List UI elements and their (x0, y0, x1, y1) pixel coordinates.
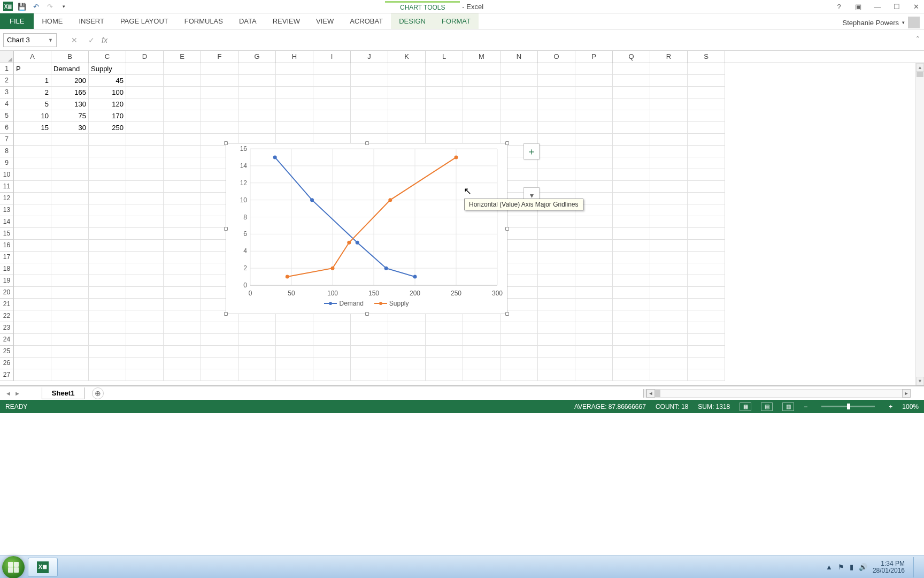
cell[interactable] (463, 98, 500, 110)
cell[interactable]: 130 (51, 98, 89, 110)
cell[interactable] (164, 157, 201, 169)
cell[interactable] (313, 346, 351, 358)
cell[interactable] (51, 252, 89, 263)
cell[interactable]: 75 (51, 110, 89, 122)
cell[interactable]: 165 (51, 87, 89, 98)
cell[interactable] (51, 358, 89, 369)
resize-handle-mr[interactable] (505, 227, 509, 231)
cell[interactable] (351, 334, 388, 346)
cell[interactable] (688, 228, 725, 240)
cell[interactable]: 10 (14, 110, 51, 122)
cell[interactable] (575, 146, 613, 157)
cell[interactable] (613, 252, 650, 263)
tab-file[interactable]: FILE (0, 13, 34, 29)
cell[interactable] (164, 216, 201, 228)
cell[interactable] (538, 369, 575, 381)
cell[interactable] (14, 216, 51, 228)
cell[interactable] (613, 134, 650, 146)
cell[interactable] (351, 98, 388, 110)
cell[interactable] (238, 122, 276, 134)
cell[interactable] (126, 346, 164, 358)
column-header-H[interactable]: H (276, 51, 313, 63)
cell[interactable] (89, 299, 126, 310)
cell[interactable] (164, 169, 201, 181)
cell[interactable] (650, 75, 688, 87)
tab-formulas[interactable]: FORMULAS (176, 13, 231, 29)
cell[interactable] (51, 310, 89, 322)
cell[interactable] (164, 122, 201, 134)
cell[interactable] (650, 299, 688, 310)
user-account[interactable]: Stephanie Powers ▾ (842, 13, 920, 28)
ribbon-display-options-button[interactable]: ▣ (852, 2, 864, 11)
redo-button[interactable]: ↷ (45, 2, 55, 11)
cell[interactable] (688, 334, 725, 346)
cell[interactable] (14, 181, 51, 193)
cell[interactable] (164, 334, 201, 346)
cell[interactable] (164, 252, 201, 263)
cell[interactable] (688, 181, 725, 193)
cell[interactable] (613, 204, 650, 216)
cell[interactable] (51, 216, 89, 228)
cell[interactable] (164, 287, 201, 299)
cell[interactable] (238, 334, 276, 346)
cell[interactable] (426, 87, 463, 98)
row-header-18[interactable]: 18 (0, 263, 14, 275)
cell[interactable] (14, 310, 51, 322)
hscroll-thumb[interactable] (655, 390, 660, 397)
collapse-ribbon-icon[interactable]: ⌃ (915, 35, 920, 41)
cell[interactable] (14, 358, 51, 369)
select-all-button[interactable] (0, 51, 14, 63)
cell[interactable] (51, 169, 89, 181)
cell[interactable] (650, 87, 688, 98)
cell[interactable] (276, 110, 313, 122)
cell[interactable] (126, 240, 164, 252)
cell[interactable] (613, 146, 650, 157)
cell[interactable] (426, 369, 463, 381)
cell[interactable] (650, 169, 688, 181)
cell[interactable] (688, 287, 725, 299)
cell[interactable] (126, 334, 164, 346)
cell[interactable] (426, 122, 463, 134)
cell[interactable] (14, 263, 51, 275)
cell[interactable] (388, 322, 426, 334)
row-header-9[interactable]: 9 (0, 157, 14, 169)
cell[interactable] (126, 75, 164, 87)
row-header-1[interactable]: 1 (0, 63, 14, 75)
cell[interactable]: 15 (14, 122, 51, 134)
cell[interactable] (14, 240, 51, 252)
cell[interactable] (613, 287, 650, 299)
cell[interactable] (688, 134, 725, 146)
cell[interactable] (463, 346, 500, 358)
cell[interactable] (276, 334, 313, 346)
cell[interactable]: P (14, 63, 51, 75)
cell[interactable] (164, 358, 201, 369)
tab-design[interactable]: DESIGN (391, 13, 434, 29)
cell[interactable] (313, 358, 351, 369)
tab-review[interactable]: REVIEW (265, 13, 308, 29)
row-header-11[interactable]: 11 (0, 181, 14, 193)
cell[interactable] (89, 181, 126, 193)
cell[interactable] (164, 98, 201, 110)
save-button[interactable]: 💾 (17, 2, 27, 11)
chart-elements-button[interactable]: ＋ (523, 143, 540, 159)
cell[interactable] (351, 110, 388, 122)
cell[interactable] (575, 263, 613, 275)
cell[interactable] (351, 63, 388, 75)
cell[interactable] (688, 310, 725, 322)
cell[interactable] (463, 369, 500, 381)
cell[interactable] (51, 157, 89, 169)
cell[interactable] (650, 134, 688, 146)
cell[interactable] (351, 369, 388, 381)
cell[interactable] (14, 146, 51, 157)
cell[interactable] (89, 157, 126, 169)
scroll-right-button[interactable]: ► (902, 389, 911, 398)
cell[interactable] (89, 240, 126, 252)
cell[interactable] (463, 334, 500, 346)
tab-acrobat[interactable]: ACROBAT (342, 13, 391, 29)
hscroll-track[interactable] (655, 389, 902, 398)
cell[interactable] (164, 75, 201, 87)
cell[interactable] (426, 334, 463, 346)
cell[interactable] (276, 358, 313, 369)
cell[interactable] (351, 122, 388, 134)
cell[interactable] (313, 322, 351, 334)
